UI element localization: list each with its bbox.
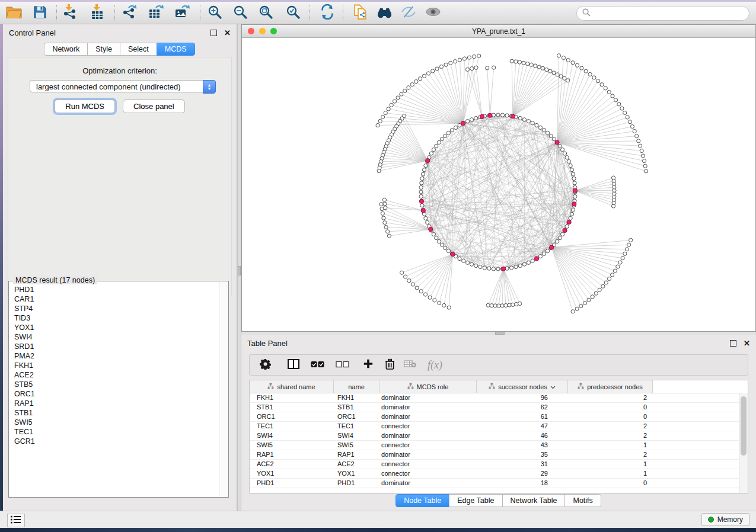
mcds-result-list[interactable]: PHD1CAR1STP4TID3YOX1SWI4SRD1PMA2FKH1ACE2… xyxy=(10,285,218,496)
run-mcds-button[interactable]: Run MCDS xyxy=(55,100,115,113)
tab-network-table[interactable]: Network Table xyxy=(502,494,566,507)
status-bar: Memory xyxy=(0,511,756,528)
mcds-result-scrollbar[interactable] xyxy=(219,282,228,496)
mcds-result-item[interactable]: ACE2 xyxy=(14,370,218,380)
show-panels-button[interactable] xyxy=(7,514,25,527)
open-file-button[interactable] xyxy=(3,4,24,23)
tab-motifs[interactable]: Motifs xyxy=(564,494,601,507)
show-graphics-details-button[interactable] xyxy=(422,4,444,23)
vertical-splitter[interactable] xyxy=(237,24,241,511)
add-column-button[interactable] xyxy=(363,358,374,371)
table-cell: dominator xyxy=(379,431,477,440)
scrollbar-thumb[interactable] xyxy=(741,396,747,456)
table-row[interactable]: PHD1PHD1dominator180 xyxy=(250,478,739,488)
close-panel-button[interactable]: Close panel xyxy=(123,100,185,113)
mcds-result-item[interactable]: FKH1 xyxy=(14,361,218,370)
float-panel-icon[interactable] xyxy=(730,340,736,347)
mcds-result-item[interactable]: STP4 xyxy=(14,304,218,313)
hierarchy-icon xyxy=(578,383,584,390)
zoom-selected-button[interactable] xyxy=(282,4,304,23)
mcds-result-item[interactable]: CAR1 xyxy=(14,294,218,304)
table-row[interactable]: FKH1FKH1dominator962 xyxy=(250,393,739,403)
clear-all-checkboxes-button[interactable] xyxy=(336,360,349,370)
table-row[interactable]: ACE2ACE2connector311 xyxy=(250,459,739,469)
column-header-name[interactable]: name xyxy=(334,380,379,393)
table-row[interactable]: YOX1YOX1connector291 xyxy=(250,469,739,479)
save-session-button[interactable] xyxy=(29,4,50,23)
import-table-button[interactable] xyxy=(87,4,109,23)
column-header-MCDS-role[interactable]: MCDS role xyxy=(379,380,477,393)
tab-network[interactable]: Network xyxy=(44,43,88,56)
close-panel-icon[interactable]: ✕ xyxy=(744,339,750,347)
table-cell: SWI4 xyxy=(250,431,334,440)
mcds-result-item[interactable]: SWI5 xyxy=(14,418,218,427)
mcds-result-item[interactable]: SWI4 xyxy=(14,332,218,342)
hide-graphics-details-button[interactable] xyxy=(398,4,419,23)
table-cell: 61 xyxy=(477,412,568,421)
float-panel-icon[interactable] xyxy=(210,30,217,36)
maximize-window-button[interactable] xyxy=(270,28,277,34)
zoom-out-button[interactable] xyxy=(229,4,251,23)
search-input[interactable] xyxy=(594,9,744,18)
tab-style[interactable]: Style xyxy=(87,43,120,56)
refresh-view-button[interactable] xyxy=(317,4,338,23)
network-canvas[interactable] xyxy=(242,38,755,332)
table-scrollbar[interactable] xyxy=(739,393,748,493)
tab-mcds[interactable]: MCDS xyxy=(157,43,195,56)
mcds-result-item[interactable]: GCR1 xyxy=(14,437,218,446)
zoom-selected-icon xyxy=(286,5,301,22)
mcds-result-box: MCDS result (17 nodes) PHD1CAR1STP4TID3Y… xyxy=(8,281,229,498)
table-row[interactable]: ORC1ORC1dominator610 xyxy=(250,412,739,422)
table-cell: 0 xyxy=(568,412,653,421)
table-row[interactable]: SWI4SWI4dominator462 xyxy=(250,431,739,441)
mcds-result-item[interactable]: PHD1 xyxy=(14,285,218,294)
mcds-result-item[interactable]: STB5 xyxy=(14,380,218,389)
tab-edge-table[interactable]: Edge Table xyxy=(449,494,502,507)
mcds-result-item[interactable]: PMA2 xyxy=(14,351,218,361)
node-table: shared namenameMCDS rolesuccessor nodesp… xyxy=(249,380,748,493)
copy-network-button[interactable] xyxy=(350,4,371,23)
export-image-button[interactable] xyxy=(171,4,193,23)
delete-column-button[interactable] xyxy=(385,358,395,372)
column-header-shared-name[interactable]: shared name xyxy=(250,380,334,393)
close-window-button[interactable] xyxy=(248,28,254,34)
table-row[interactable]: RAP1RAP1dominator352 xyxy=(250,450,739,460)
zoom-in-button[interactable] xyxy=(204,4,225,23)
mcds-result-item[interactable]: RAP1 xyxy=(14,399,218,408)
mcds-result-item[interactable]: TEC1 xyxy=(14,427,218,437)
mcds-result-item[interactable]: TID3 xyxy=(14,313,218,323)
table-cell: SWI4 xyxy=(334,431,379,440)
table-cell: connector xyxy=(379,459,477,469)
mcds-result-item[interactable]: ORC1 xyxy=(14,389,218,399)
memory-button[interactable]: Memory xyxy=(701,513,749,526)
minimize-window-button[interactable] xyxy=(259,28,266,34)
column-header-predecessor-nodes[interactable]: predecessor nodes xyxy=(568,380,653,393)
tab-node-table[interactable]: Node Table xyxy=(395,494,449,507)
criterion-dropdown[interactable]: largest connected component (undirected)… xyxy=(30,80,216,92)
network-window-titlebar[interactable]: YPA_prune.txt_1 xyxy=(242,25,755,38)
table-cell: dominator xyxy=(379,450,477,459)
mcds-result-item[interactable]: YOX1 xyxy=(14,323,218,332)
main-toolbar xyxy=(0,2,756,24)
splitter-handle[interactable] xyxy=(238,266,241,275)
function-builder-button[interactable]: f(x) xyxy=(428,359,442,371)
table-row[interactable]: TEC1TEC1connector472 xyxy=(250,421,739,431)
plus-icon xyxy=(363,358,374,371)
table-row[interactable]: STB1STB1dominator620 xyxy=(250,402,739,412)
first-neighbors-button[interactable] xyxy=(374,4,395,23)
import-network-button[interactable] xyxy=(59,4,81,23)
mcds-result-item[interactable]: SRD1 xyxy=(14,342,218,351)
zoom-fit-button[interactable] xyxy=(255,4,276,23)
column-header-successor-nodes[interactable]: successor nodes xyxy=(477,380,568,393)
delete-table-button[interactable] xyxy=(404,360,416,370)
mcds-result-item[interactable]: STB1 xyxy=(14,408,218,418)
tab-select[interactable]: Select xyxy=(120,43,157,56)
select-all-checkboxes-button[interactable] xyxy=(311,360,324,370)
show-columns-button[interactable] xyxy=(288,359,299,371)
table-row[interactable]: SWI5SWI5connector431 xyxy=(250,440,739,450)
close-panel-icon[interactable]: ✕ xyxy=(224,29,231,37)
settings-gear-button[interactable] xyxy=(260,358,271,372)
export-table-button[interactable] xyxy=(145,4,167,23)
export-network-button[interactable] xyxy=(119,4,140,23)
export-image-icon xyxy=(174,4,190,22)
